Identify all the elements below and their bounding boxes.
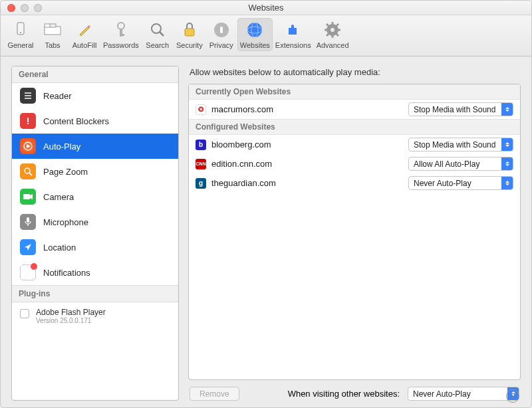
svg-line-35 [29, 173, 32, 175]
sidebar-item-notifications[interactable]: Notifications [12, 260, 178, 285]
sidebar-item-content-blockers[interactable]: Content Blockers [12, 108, 178, 134]
sidebar-header-general: General [12, 66, 178, 83]
tabs-icon [42, 19, 63, 41]
site-domain: bloomberg.com [211, 140, 408, 150]
tab-search[interactable]: Search [142, 18, 174, 51]
svg-point-34 [25, 168, 30, 173]
site-domain: theguardian.com [211, 178, 408, 188]
site-setting-select[interactable]: Stop Media with Sound [408, 138, 513, 152]
sidebar-item-microphone[interactable]: Microphone [12, 209, 178, 235]
websites-icon [244, 19, 265, 41]
sidebar-item-auto-play[interactable]: Auto-Play [12, 134, 178, 159]
select-arrows-icon [501, 157, 513, 170]
general-icon [10, 19, 31, 41]
website-row[interactable]: CNN edition.cnn.com Allow All Auto-Play [189, 154, 520, 173]
notifications-icon [20, 264, 36, 280]
site-favicon: CNN [196, 159, 206, 169]
plugin-checkbox[interactable] [20, 309, 29, 318]
content-blockers-icon [20, 113, 36, 129]
tab-tabs[interactable]: Tabs [37, 18, 68, 51]
svg-rect-38 [27, 217, 29, 223]
help-button[interactable]: ? [506, 389, 519, 403]
search-icon [147, 19, 168, 41]
tab-autofill[interactable]: AutoFill [68, 18, 100, 51]
website-row[interactable]: b bloomberg.com Stop Media with Sound [189, 135, 520, 154]
sidebar-item-label: Page Zoom [43, 167, 88, 177]
svg-rect-4 [50, 24, 56, 27]
site-domain: macrumors.com [211, 104, 408, 114]
select-arrows-icon [501, 138, 513, 151]
svg-rect-7 [120, 34, 124, 36]
sidebar: General Reader Content Blockers Auto-Pla… [11, 66, 179, 401]
site-favicon: b [196, 140, 206, 150]
sidebar-item-label: Microphone [43, 217, 88, 227]
plugin-row-flash[interactable]: Adobe Flash Player Version 25.0.0.171 [12, 302, 178, 330]
auto-play-icon [20, 138, 36, 154]
site-setting-select[interactable]: Stop Media with Sound [408, 102, 513, 116]
content-area: General Reader Content Blockers Auto-Pla… [1, 56, 531, 407]
svg-rect-2 [45, 27, 61, 35]
sidebar-item-reader[interactable]: Reader [12, 83, 178, 108]
svg-point-1 [20, 32, 21, 33]
sidebar-plugins-section: Plug-ins Adobe Flash Player Version 25.0… [12, 285, 178, 330]
tab-general[interactable]: General [5, 18, 37, 51]
sidebar-item-label: Notifications [43, 268, 90, 278]
websites-list-box: Currently Open Websites ✪ macrumors.com … [188, 84, 521, 380]
tab-extensions[interactable]: Extensions [273, 18, 314, 51]
security-icon [179, 19, 200, 41]
microphone-icon [20, 214, 36, 230]
site-domain: edition.cnn.com [211, 159, 408, 169]
select-arrows-icon [501, 177, 513, 189]
svg-rect-12 [220, 27, 223, 33]
passwords-icon [110, 19, 132, 41]
group-header-configured: Configured Websites [189, 119, 520, 135]
sidebar-item-label: Auto-Play [43, 142, 80, 152]
website-row[interactable]: g theguardian.com Never Auto-Play [189, 173, 520, 193]
group-header-open: Currently Open Websites [189, 84, 520, 100]
svg-marker-37 [30, 194, 33, 199]
main-panel: Allow websites below to automatically pl… [188, 66, 521, 401]
site-favicon: g [196, 178, 206, 189]
svg-line-22 [327, 24, 329, 26]
svg-point-13 [247, 23, 262, 37]
svg-marker-33 [27, 144, 31, 148]
site-favicon: ✪ [196, 104, 206, 115]
preferences-toolbar: General Tabs AutoFill Passwords Search S… [1, 15, 531, 56]
sidebar-item-label: Camera [43, 192, 74, 202]
tab-security[interactable]: Security [174, 18, 205, 51]
default-setting-select[interactable]: Never Auto-Play [408, 387, 519, 401]
svg-rect-36 [23, 194, 30, 199]
website-row[interactable]: ✪ macrumors.com Stop Media with Sound [189, 100, 520, 119]
tab-websites[interactable]: Websites [237, 18, 273, 51]
sidebar-item-location[interactable]: Location [12, 235, 178, 260]
default-setting-label: When visiting other websites: [288, 389, 400, 399]
site-setting-select[interactable]: Never Auto-Play [408, 176, 513, 190]
svg-line-9 [160, 32, 164, 36]
plugin-version: Version 25.0.0.171 [36, 317, 106, 324]
svg-rect-30 [27, 118, 29, 122]
autofill-icon [74, 19, 95, 41]
tab-advanced[interactable]: Advanced [314, 18, 352, 51]
bottom-bar: Remove When visiting other websites: Nev… [188, 380, 521, 401]
tab-privacy[interactable]: Privacy [205, 18, 237, 51]
svg-rect-10 [185, 29, 194, 36]
svg-line-25 [336, 24, 338, 26]
svg-point-8 [152, 24, 161, 33]
plugin-name: Adobe Flash Player [36, 308, 106, 317]
main-heading: Allow websites below to automatically pl… [188, 66, 521, 84]
camera-icon [20, 189, 36, 205]
page-zoom-icon [20, 163, 36, 179]
site-setting-select[interactable]: Allow All Auto-Play [408, 157, 513, 171]
window-title: Websites [1, 3, 531, 13]
tab-passwords[interactable]: Passwords [100, 18, 142, 51]
svg-line-24 [327, 34, 329, 36]
titlebar: Websites [1, 1, 531, 15]
sidebar-item-camera[interactable]: Camera [12, 184, 178, 209]
reader-icon [20, 88, 36, 104]
sidebar-header-plugins: Plug-ins [12, 286, 178, 302]
sidebar-item-label: Content Blockers [43, 116, 109, 126]
svg-rect-31 [27, 123, 29, 124]
remove-button[interactable]: Remove [190, 387, 239, 401]
sidebar-item-page-zoom[interactable]: Page Zoom [12, 159, 178, 184]
advanced-icon [322, 19, 343, 41]
